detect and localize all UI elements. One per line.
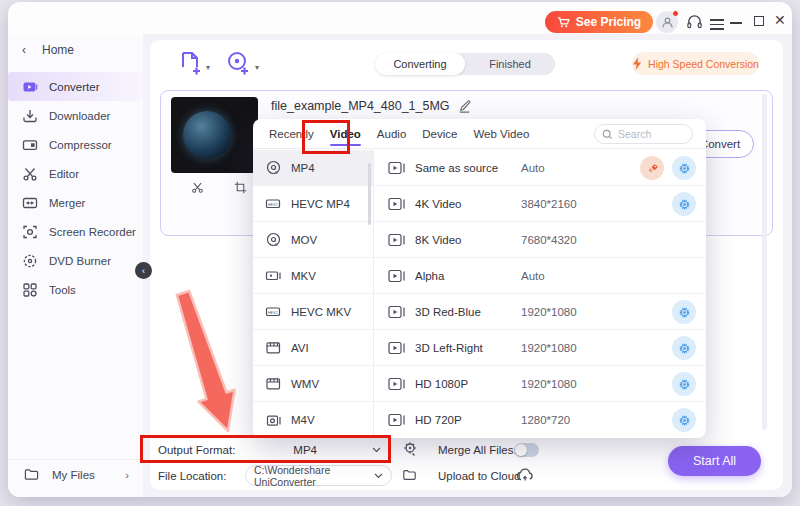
tab-finished[interactable]: Finished <box>465 53 555 75</box>
disc-format-icon <box>265 231 282 248</box>
sidebar-item-home[interactable]: ‹ Home <box>8 38 143 62</box>
video-preset-icon <box>388 413 406 427</box>
sidebar-nav: Converter Downloader Compressor Editor <box>8 72 143 304</box>
tab-recently[interactable]: Recently <box>269 121 314 147</box>
sidebar-item-converter[interactable]: Converter <box>8 72 143 101</box>
video-preset-icon <box>388 341 406 355</box>
add-file-button[interactable]: ▾ <box>178 50 210 76</box>
format-item-mov[interactable]: MOV <box>253 222 373 258</box>
format-item-avi[interactable]: AVI <box>253 330 373 366</box>
chip-icon[interactable] <box>672 192 696 216</box>
start-all-button[interactable]: Start All <box>668 446 761 476</box>
sidebar-item-screen-recorder[interactable]: Screen Recorder <box>8 217 143 246</box>
format-list-scrollbar[interactable] <box>368 163 371 225</box>
m4v-format-icon <box>265 412 282 429</box>
format-item-m4v[interactable]: M4V <box>253 402 373 438</box>
video-preset-icon <box>388 269 406 283</box>
sidebar-item-merger[interactable]: Merger <box>8 188 143 217</box>
merge-all-files-toggle[interactable] <box>514 443 539 457</box>
sidebar-item-label: Editor <box>49 168 79 180</box>
file-location-value: C:\Wondershare UniConverter <box>254 464 374 488</box>
file-location-dropdown[interactable]: C:\Wondershare UniConverter <box>245 465 392 486</box>
chip-icon[interactable] <box>672 372 696 396</box>
high-speed-conversion-badge[interactable]: High Speed Conversion <box>632 52 759 75</box>
format-item-wmv[interactable]: WMV <box>253 366 373 402</box>
tab-converting[interactable]: Converting <box>375 53 465 75</box>
tab-web-video[interactable]: Web Video <box>473 121 529 147</box>
sidebar-item-my-files[interactable]: My Files › <box>8 459 143 489</box>
output-format-label: Output Format: <box>158 444 235 456</box>
support-headset-icon[interactable] <box>686 14 703 31</box>
video-preset-icon <box>388 377 406 391</box>
format-list: MP4 HEVC HEVC MP4 MOV MKV <box>253 150 374 438</box>
preset-hd-1080p[interactable]: HD 1080P 1920*1080 <box>374 366 706 402</box>
compressor-icon <box>22 137 38 153</box>
downloader-icon <box>22 108 38 124</box>
format-item-hevc-mp4[interactable]: HEVC HEVC MP4 <box>253 186 373 222</box>
cloud-upload-icon[interactable] <box>516 467 534 482</box>
chevron-down-icon[interactable] <box>372 447 381 453</box>
disc-format-icon <box>265 159 282 176</box>
sidebar-collapse-handle[interactable]: ‹ <box>135 262 152 279</box>
chevron-right-icon: › <box>125 469 129 481</box>
chip-icon[interactable] <box>672 156 696 180</box>
app-window: See Pricing ✕ ‹ Home Converter <box>8 2 792 497</box>
chip-icon[interactable] <box>672 300 696 324</box>
add-disc-button[interactable]: ▾ <box>226 50 259 76</box>
chevron-down-icon <box>374 473 383 479</box>
preset-same-as-source[interactable]: Same as source Auto <box>374 150 706 186</box>
format-item-mp4[interactable]: MP4 <box>253 150 373 186</box>
search-input[interactable] <box>618 128 678 140</box>
output-settings-gear-icon[interactable] <box>402 441 418 457</box>
preset-4k-video[interactable]: 4K Video 3840*2160 <box>374 186 706 222</box>
sidebar-item-tools[interactable]: Tools <box>8 275 143 304</box>
video-thumbnail <box>171 97 258 173</box>
open-folder-icon[interactable] <box>402 468 417 482</box>
editor-scissors-icon <box>22 166 38 182</box>
main-scrollbar[interactable] <box>762 94 767 430</box>
sidebar-item-label: Screen Recorder <box>49 226 136 238</box>
preset-3d-red-blue[interactable]: 3D Red-Blue 1920*1080 <box>374 294 706 330</box>
preset-8k-video[interactable]: 8K Video 7680*4320 <box>374 222 706 258</box>
format-item-hevc-mkv[interactable]: HEVC HEVC MKV <box>253 294 373 330</box>
preset-hd-720p[interactable]: HD 720P 1280*720 <box>374 402 706 438</box>
tab-audio[interactable]: Audio <box>377 121 406 147</box>
file-location-label: File Location: <box>158 470 226 482</box>
sidebar-item-label: Tools <box>49 284 76 296</box>
sidebar-item-editor[interactable]: Editor <box>8 159 143 188</box>
converter-icon <box>22 79 38 95</box>
sidebar: ‹ Home Converter Downloader Compresso <box>8 34 143 497</box>
preset-alpha[interactable]: Alpha Auto <box>374 258 706 294</box>
close-icon[interactable]: ✕ <box>774 12 786 28</box>
minimize-icon[interactable] <box>730 22 742 24</box>
status-tabs: Converting Finished <box>375 53 555 75</box>
trim-scissors-icon[interactable] <box>191 181 204 194</box>
svg-text:HEVC: HEVC <box>268 203 278 207</box>
format-search-box[interactable] <box>594 124 693 144</box>
folder-icon <box>24 467 40 482</box>
preset-3d-left-right[interactable]: 3D Left-Right 1920*1080 <box>374 330 706 366</box>
crop-icon[interactable] <box>234 181 247 194</box>
edit-name-icon[interactable] <box>458 100 471 113</box>
output-format-value[interactable]: MP4 <box>293 444 317 456</box>
sidebar-item-dvd-burner[interactable]: DVD Burner <box>8 246 143 275</box>
dvd-burner-icon <box>22 253 38 269</box>
chevron-down-icon: ▾ <box>206 63 210 76</box>
notification-dot <box>672 10 679 17</box>
tab-device[interactable]: Device <box>422 121 457 147</box>
maximize-icon[interactable] <box>754 16 764 26</box>
rocket-icon[interactable] <box>640 156 664 180</box>
sidebar-item-downloader[interactable]: Downloader <box>8 101 143 130</box>
chip-icon[interactable] <box>672 336 696 360</box>
format-item-mkv[interactable]: MKV <box>253 258 373 294</box>
sidebar-item-compressor[interactable]: Compressor <box>8 130 143 159</box>
sidebar-item-label: Merger <box>49 197 85 209</box>
see-pricing-button[interactable]: See Pricing <box>545 11 653 33</box>
file-name: file_example_MP4_480_1_5MG <box>271 99 450 113</box>
tab-video[interactable]: Video <box>330 121 361 147</box>
menu-icon[interactable] <box>710 16 724 33</box>
user-avatar[interactable] <box>656 11 678 33</box>
see-pricing-label: See Pricing <box>576 15 641 29</box>
tools-grid-icon <box>22 282 38 298</box>
chip-icon[interactable] <box>672 408 696 432</box>
